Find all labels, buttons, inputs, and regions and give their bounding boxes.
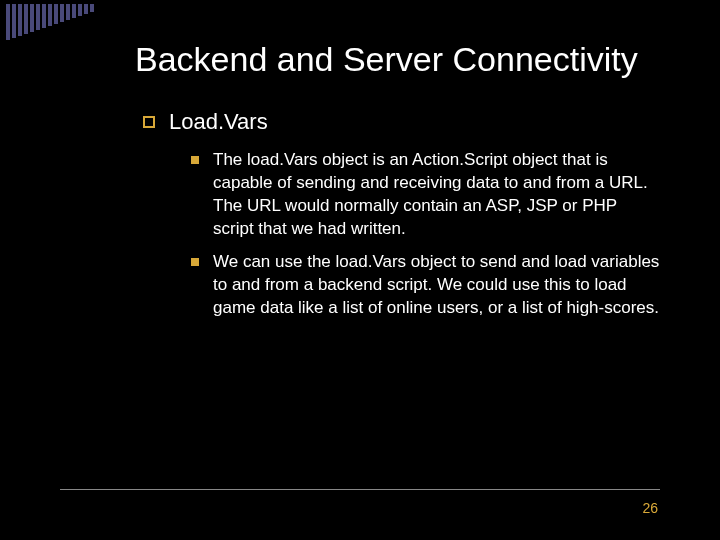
- list-item-level2: We can use the load.Vars object to send …: [191, 251, 660, 320]
- level2-text: We can use the load.Vars object to send …: [213, 251, 660, 320]
- level1-text: Load.Vars: [169, 109, 268, 135]
- footer-divider: [60, 489, 660, 490]
- level2-text: The load.Vars object is an Action.Script…: [213, 149, 660, 241]
- slide-content: Backend and Server Connectivity Load.Var…: [135, 40, 660, 330]
- corner-stripes: [0, 0, 94, 40]
- list-item-level2: The load.Vars object is an Action.Script…: [191, 149, 660, 241]
- bullet-solid-icon: [191, 258, 199, 266]
- bullet-outline-icon: [143, 116, 155, 128]
- slide-title: Backend and Server Connectivity: [135, 40, 660, 79]
- list-item-level1: Load.Vars: [143, 109, 660, 135]
- page-number: 26: [642, 500, 658, 516]
- bullet-solid-icon: [191, 156, 199, 164]
